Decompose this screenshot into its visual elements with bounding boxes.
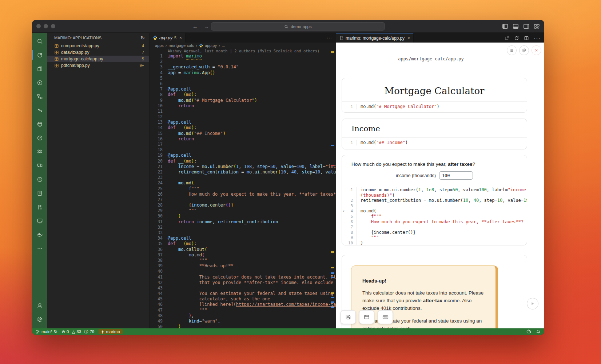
code-line: 37 mo.md(	[150, 252, 336, 258]
open-external-icon[interactable]	[504, 36, 509, 41]
save-button[interactable]	[341, 310, 356, 324]
more-actions-icon[interactable]: ···	[534, 35, 541, 41]
activity-github-icon[interactable]	[32, 131, 47, 145]
marimo-status-item[interactable]: marimo	[99, 329, 122, 334]
code-line: 40	[150, 269, 336, 274]
tab-app-py[interactable]: app.py 5 ×	[150, 33, 186, 43]
close-tab-icon[interactable]: ×	[407, 36, 410, 41]
settings-gear-icon[interactable]	[519, 45, 529, 55]
code-line: 8def __(mo):	[150, 92, 336, 97]
code-line: 29 """	[150, 208, 336, 213]
ruler-mark	[331, 272, 334, 274]
layout-controls[interactable]	[502, 23, 540, 29]
run-cell-icon	[530, 301, 535, 306]
browser-window-icon	[364, 314, 370, 320]
panel-right-icon[interactable]	[523, 23, 529, 29]
sidebar-file-components/app.py[interactable]: components/app.py4	[47, 43, 149, 49]
more-tabs-icon[interactable]: ···	[327, 35, 332, 40]
cell-card-form[interactable]: How much do you expect to make this year…	[342, 155, 527, 245]
branch-name: main*	[41, 329, 52, 334]
preview-code-line: 2retirement_contribution = mo.ui.number(…	[342, 198, 527, 203]
zoom-window-button[interactable]	[51, 24, 55, 28]
code-editor[interactable]: Akshay Agrawal, last month | 2 authors (…	[150, 48, 336, 328]
overview-ruler[interactable]	[330, 48, 336, 328]
code-line: 16 return	[150, 136, 336, 142]
activity-pages-icon[interactable]	[32, 62, 47, 76]
activity-notebook-icon[interactable]	[32, 186, 47, 200]
code-line: 50 )	[150, 324, 336, 328]
split-editor-icon[interactable]	[524, 36, 529, 41]
file-icon	[339, 36, 344, 40]
tab-label: app.py	[159, 35, 172, 40]
code-line: 24 mo.md(	[150, 180, 336, 186]
activity-settings-gear-icon[interactable]	[32, 312, 47, 326]
sidebar-file-dataviz/app.py[interactable]: dataviz/app.py7	[47, 49, 149, 56]
code-line: 32	[150, 225, 336, 230]
activity-terraform-icon[interactable]	[32, 103, 47, 117]
income-number-input[interactable]	[439, 171, 473, 180]
sync-icon[interactable]: ↻	[53, 329, 57, 334]
refresh-icon[interactable]	[514, 36, 519, 41]
preview-code-line: 3	[342, 203, 527, 209]
tab-marimo-preview[interactable]: marimo: mortgage-calc/app.py ×	[336, 33, 414, 43]
tab-label: marimo: mortgage-calc/app.py	[346, 36, 405, 41]
traffic-lights[interactable]	[36, 24, 55, 28]
open-browser-button[interactable]	[359, 310, 374, 324]
activity-comments-icon[interactable]	[32, 159, 47, 172]
activity-dropbox-icon[interactable]	[32, 145, 47, 159]
activity-docker-icon[interactable]	[32, 228, 47, 241]
customize-layout-icon[interactable]	[534, 23, 540, 29]
cell-card-title[interactable]: Mortgage Calculator 1mo.md("# Mortgage C…	[342, 78, 527, 113]
activity-ellipsis-icon[interactable]	[32, 241, 47, 255]
code-line: 36 mo.callout(	[150, 247, 336, 252]
panel-bottom-icon[interactable]	[513, 23, 519, 29]
history-back-icon[interactable]: ←	[192, 23, 198, 29]
hamburger-menu-icon[interactable]	[507, 45, 517, 55]
cell-card-income[interactable]: Income 1mo.md("## Income")	[342, 119, 527, 149]
sidebar-file-mortgage-calc/app.py[interactable]: mortgage-calc/app.py5	[47, 56, 149, 62]
bell-icon[interactable]	[536, 329, 541, 334]
command-center-search[interactable]: demo-apps	[211, 22, 385, 31]
activity-marimo-icon[interactable]	[32, 48, 47, 62]
code-line: 6	[150, 81, 336, 87]
run-cell-button[interactable]	[527, 298, 538, 309]
code-line: 4app = marimo.App()	[150, 70, 336, 76]
breadcrumb[interactable]: apps›mortgage-calc›app.py›...	[150, 43, 336, 48]
refresh-icon[interactable]: ↻	[140, 35, 145, 41]
activity-account-icon[interactable]	[32, 299, 47, 312]
activity-symbols-icon[interactable]	[32, 89, 47, 103]
code-line: 46 [linked here](https://smartasset.com/…	[150, 302, 336, 307]
title-bar[interactable]: ← → demo-apps	[32, 20, 544, 33]
marimo-notebook-icon	[54, 63, 59, 68]
code-line: 38 """	[150, 258, 336, 263]
keyboard-shortcuts-button[interactable]	[378, 310, 393, 324]
panel-left-icon[interactable]	[502, 23, 508, 29]
problems-item[interactable]: ⊗0 △33 ⓘ79	[61, 329, 94, 335]
close-window-button[interactable]	[36, 24, 41, 28]
activity-clock-circle-icon[interactable]	[32, 172, 47, 186]
activity-run-circle-icon[interactable]	[32, 76, 47, 89]
app-file-path: apps/mortgage-calc/app.py	[336, 56, 526, 61]
git-branch-item[interactable]: main* ↻	[36, 329, 57, 334]
ruler-mark	[331, 297, 334, 298]
income-heading: Income	[342, 119, 527, 137]
copilot-icon[interactable]	[526, 329, 532, 334]
activity-remote-screen-icon[interactable]	[32, 214, 47, 228]
close-tab-icon[interactable]: ×	[179, 35, 182, 40]
code-line: 7@app.cell	[150, 87, 336, 92]
code-line: 43	[150, 285, 336, 291]
activity-test-flag-icon[interactable]	[32, 200, 47, 214]
activity-search-icon[interactable]	[32, 34, 47, 48]
sidebar-file-pdfchat/app.py[interactable]: pdfchat/app.py9+	[47, 62, 149, 69]
marimo-notebook-icon	[54, 44, 59, 48]
close-icon[interactable]	[532, 45, 541, 55]
activity-sphere-icon[interactable]	[32, 117, 47, 131]
minimize-window-button[interactable]	[44, 24, 48, 28]
callout-title: Heads-up!	[362, 278, 485, 284]
history-forward-icon[interactable]: →	[204, 23, 209, 29]
cell-count-badge: 9+	[139, 63, 144, 68]
marimo-notebook-icon	[54, 57, 59, 61]
preview-code-line: 7	[342, 224, 527, 230]
ruler-mark	[331, 267, 334, 268]
cell-count-badge: 4	[142, 44, 144, 48]
